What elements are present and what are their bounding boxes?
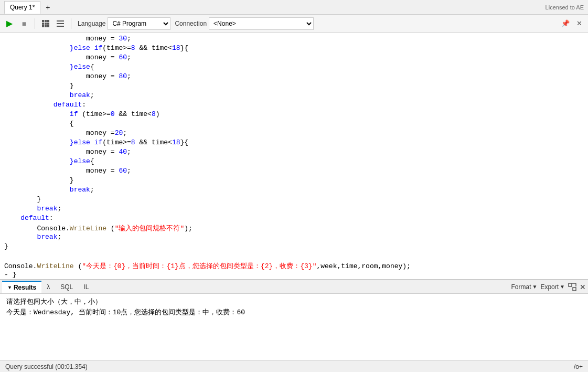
list-icon [56, 19, 65, 28]
format-label: Format [511, 283, 531, 291]
pin-button[interactable]: 📌 [560, 18, 571, 29]
add-tab-button[interactable]: + [41, 2, 54, 13]
code-line: break; [0, 233, 588, 242]
code-line [0, 252, 588, 261]
svg-rect-1 [45, 20, 47, 22]
title-bar: Query 1* + Licensed to AE [0, 0, 588, 15]
svg-rect-0 [42, 20, 44, 22]
tab-lambda[interactable]: λ [41, 281, 55, 293]
language-select[interactable]: C# Program [108, 17, 170, 30]
code-line: money = 40; [0, 148, 588, 157]
export-button[interactable]: Export ▼ [540, 283, 565, 291]
export-arrow-icon: ▼ [560, 284, 565, 290]
svg-rect-3 [42, 23, 44, 25]
format-arrow-icon: ▼ [532, 284, 538, 290]
svg-rect-2 [47, 20, 49, 22]
query-tab[interactable]: Query 1* [4, 1, 40, 14]
stop-button[interactable]: ■ [18, 17, 30, 30]
results-panel: ▼ Results λ SQL IL Format ▼ Export ▼ [0, 279, 588, 360]
close-results-button[interactable]: ✕ [580, 283, 586, 291]
svg-rect-9 [57, 20, 64, 22]
connection-select[interactable]: <None> [209, 17, 314, 30]
code-line: } [0, 82, 588, 91]
svg-rect-13 [573, 288, 576, 291]
svg-rect-11 [57, 26, 64, 27]
tab-il[interactable]: IL [78, 281, 94, 293]
grid-view-button[interactable] [39, 17, 52, 30]
results-actions: Format ▼ Export ▼ ✕ [511, 283, 586, 291]
run-button[interactable]: ▶ [3, 17, 16, 30]
list-view-button[interactable] [54, 17, 67, 30]
code-line: Console.WriteLine ("输入的包间规格不符"); [0, 224, 588, 233]
format-button[interactable]: Format ▼ [511, 283, 537, 291]
svg-rect-4 [45, 23, 47, 25]
code-line: break; [0, 205, 588, 214]
code-line: money = 60; [0, 54, 588, 63]
tab-sql[interactable]: SQL [55, 281, 78, 293]
expand-results-button[interactable] [568, 283, 576, 291]
sql-tab-label: SQL [60, 283, 73, 291]
code-line: }else if(time>=8 && time<18}{ [0, 44, 588, 54]
code-line: } [0, 242, 588, 252]
svg-rect-10 [57, 23, 64, 24]
code-line: - } [0, 271, 588, 279]
svg-rect-5 [47, 23, 49, 25]
results-tab-icon: ▼ [7, 285, 12, 290]
code-line: }else{ [0, 157, 588, 167]
status-text: Query successful (00:01.354) [5, 363, 88, 370]
results-tabs-bar: ▼ Results λ SQL IL Format ▼ Export ▼ [0, 280, 588, 294]
expand-icon [568, 283, 576, 291]
export-label: Export [540, 283, 559, 291]
code-line: money = 80; [0, 72, 588, 82]
code-line: } [0, 195, 588, 205]
code-line: money =20; [0, 129, 588, 139]
status-right: /o+ [574, 363, 583, 370]
editor-container: money = 30; }else if(time>=8 && time<18}… [0, 33, 588, 279]
lambda-tab-label: λ [47, 283, 50, 291]
tab-results[interactable]: ▼ Results [2, 281, 41, 293]
results-tab-label: Results [14, 284, 36, 291]
status-bar: Query successful (00:01.354) /o+ [0, 360, 588, 372]
code-editor[interactable]: money = 30; }else if(time>=8 && time<18}… [0, 33, 588, 279]
code-line: }else{ [0, 63, 588, 72]
output-line: 今天是：Wednesday, 当前时间：10点，您选择的包间类型是：中，收费：6… [6, 307, 582, 318]
toolbar-divider-2 [71, 18, 71, 29]
grid-icon [41, 19, 50, 28]
output-line: 请选择包间大小（大，中，小） [6, 297, 582, 307]
code-line: }else if(time>=8 && time<18}{ [0, 139, 588, 148]
svg-rect-7 [45, 25, 47, 27]
il-tab-label: IL [83, 283, 89, 291]
results-content: 请选择包间大小（大，中，小）今天是：Wednesday, 当前时间：10点，您选… [0, 294, 588, 360]
code-line: default: [0, 101, 588, 110]
svg-rect-6 [42, 25, 44, 27]
license-info: Licensed to AE [546, 4, 584, 10]
code-line: default: [0, 214, 588, 224]
code-line: if (time>=0 && time<8) [0, 110, 588, 120]
svg-rect-8 [47, 25, 49, 27]
code-line: break; [0, 91, 588, 101]
code-line: { [0, 120, 588, 129]
code-line: money = 60; [0, 167, 588, 176]
language-label: Language [78, 20, 105, 27]
code-line: break; [0, 186, 588, 195]
toolbar: ▶ ■ Language C# Program Connection <None… [0, 15, 588, 33]
code-line: money = 30; [0, 35, 588, 44]
code-line: } [0, 176, 588, 186]
toolbar-divider-1 [35, 18, 35, 29]
close-editor-button[interactable]: ✕ [573, 18, 585, 29]
code-line: Console.WriteLine ("今天是：{0}，当前时间：{1}点，您选… [0, 261, 588, 271]
toolbar-right: 📌 ✕ [560, 18, 585, 29]
query-tab-label: Query 1* [10, 4, 35, 11]
connection-label: Connection [175, 20, 207, 27]
svg-rect-12 [569, 283, 572, 286]
